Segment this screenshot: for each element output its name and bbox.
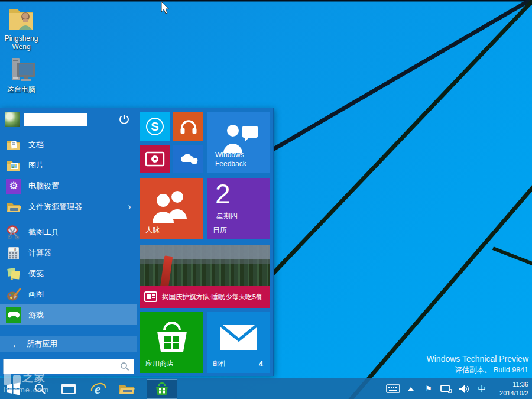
- headphones-icon: [179, 118, 198, 135]
- volume-icon[interactable]: [456, 378, 472, 399]
- paint-icon: [6, 287, 21, 302]
- menu-item-label: 画图: [28, 289, 44, 300]
- folder-icon: [118, 382, 135, 395]
- desktop: Pingsheng Weng 这台电脑 Windows Technical Pr…: [0, 0, 532, 399]
- tile-label: 日历: [213, 226, 227, 235]
- menu-item-label: 文档: [28, 140, 44, 150]
- task-view-icon: [61, 384, 76, 394]
- settings-gear-icon: ⚙: [6, 179, 21, 194]
- tile-video[interactable]: [140, 145, 170, 173]
- touch-keyboard-icon[interactable]: [385, 378, 401, 399]
- mail-unread-badge: 4: [259, 359, 263, 368]
- all-apps-arrow-icon: →: [8, 339, 17, 349]
- task-view-button[interactable]: [57, 378, 80, 399]
- news-icon: [144, 291, 157, 302]
- taskbar-clock[interactable]: 11:36 2014/10/2: [492, 380, 528, 397]
- menu-item-label: 电脑设置: [28, 181, 59, 192]
- power-button[interactable]: [118, 113, 130, 125]
- calendar-date: 2: [215, 178, 231, 210]
- system-tray: ⚑ 中 11:36 2014/10/2: [385, 378, 532, 399]
- clock-time: 11:36: [492, 380, 528, 388]
- menu-item-games[interactable]: 游戏: [0, 304, 137, 325]
- taskbar-search-button[interactable]: [28, 378, 52, 399]
- store-bag-icon: [154, 381, 170, 397]
- this-pc-icon: [6, 56, 37, 84]
- file-explorer-icon: [6, 199, 21, 215]
- divider: [0, 132, 137, 132]
- menu-item-label: 游戏: [28, 310, 44, 320]
- tile-mail[interactable]: 邮件 4: [207, 312, 270, 373]
- start-menu-panel: 文档 图片 ⚙ 电脑设置 文件资源管理器 ›: [0, 108, 274, 376]
- feedback-icon: [221, 122, 259, 153]
- store-bag-icon: [154, 320, 190, 354]
- snipping-tool-icon: [6, 225, 21, 240]
- games-icon: [6, 307, 21, 323]
- tile-label: 邮件: [213, 359, 227, 368]
- tray-expand-chevron-icon[interactable]: [403, 378, 419, 399]
- store-taskbar-button[interactable]: [147, 379, 177, 399]
- news-caption-bar: 揭国庆护旗方队:睡眠少每天吃5餐: [140, 286, 270, 308]
- menu-item-paint[interactable]: 画图: [0, 284, 137, 304]
- onedrive-cloud-icon: [178, 152, 199, 166]
- tile-skype[interactable]: S: [140, 112, 170, 141]
- menu-item-label: 文件资源管理器: [28, 202, 82, 212]
- sticky-notes-icon: [6, 266, 21, 281]
- menu-item-snipping-tool[interactable]: 截图工具: [0, 222, 137, 242]
- menu-item-label: 便笺: [28, 268, 44, 279]
- search-icon: [34, 382, 47, 395]
- network-icon[interactable]: [439, 378, 454, 399]
- os-watermark: Windows Technical Preview 评估副本。 Build 98…: [427, 354, 528, 375]
- pictures-folder-icon: [6, 158, 21, 173]
- taskbar: e ⚑: [0, 378, 532, 399]
- menu-item-label: 截图工具: [28, 227, 59, 238]
- action-center-flag-icon[interactable]: ⚑: [421, 378, 436, 399]
- start-menu-header: [0, 108, 137, 131]
- clock-date: 2014/10/2: [492, 389, 528, 397]
- menu-item-calculator[interactable]: 8 计算器: [0, 242, 137, 263]
- tile-label: 人脉: [145, 226, 160, 235]
- video-icon: [145, 151, 165, 167]
- start-search-box[interactable]: [3, 359, 134, 374]
- user-folder-icon: [6, 4, 37, 33]
- menu-item-pictures[interactable]: 图片: [0, 155, 137, 176]
- menu-item-file-explorer[interactable]: 文件资源管理器 ›: [0, 196, 137, 217]
- submenu-chevron-icon[interactable]: ›: [128, 201, 131, 213]
- menu-item-label: 计算器: [28, 248, 51, 258]
- menu-item-sticky-notes[interactable]: 便笺: [0, 263, 137, 284]
- desktop-icon-label: Pingsheng Weng: [0, 34, 43, 51]
- menu-item-pc-settings[interactable]: ⚙ 电脑设置: [0, 176, 137, 196]
- search-icon[interactable]: [119, 361, 130, 372]
- windows-logo-icon: [5, 382, 21, 396]
- all-apps-button[interactable]: → 所有应用: [0, 336, 137, 352]
- desktop-icon-this-pc[interactable]: 这台电脑: [0, 56, 43, 93]
- calendar-weekday: 星期四: [216, 211, 238, 221]
- start-button[interactable]: [1, 378, 25, 399]
- all-apps-label: 所有应用: [27, 339, 57, 349]
- tile-label: 应用商店: [145, 359, 174, 368]
- tile-onedrive[interactable]: [173, 145, 203, 173]
- tile-news[interactable]: 揭国庆护旗方队:睡眠少每天吃5餐: [140, 245, 270, 308]
- tile-calendar[interactable]: 2 星期四 日历: [207, 178, 270, 239]
- svg-text:S: S: [151, 120, 158, 133]
- user-avatar[interactable]: [5, 112, 20, 127]
- menu-item-documents[interactable]: 文档: [0, 134, 137, 155]
- people-icon: [151, 190, 192, 223]
- power-icon: [118, 113, 130, 125]
- input-method-indicator[interactable]: 中: [474, 378, 489, 399]
- desktop-icon-user-folder[interactable]: Pingsheng Weng: [0, 4, 43, 51]
- os-watermark-line2: 评估副本。 Build 9841: [427, 365, 528, 375]
- file-explorer-button[interactable]: [115, 378, 138, 399]
- os-watermark-line1: Windows Technical Preview: [427, 354, 528, 364]
- tile-music[interactable]: [173, 112, 203, 141]
- divider: [0, 333, 137, 333]
- documents-folder-icon: [6, 137, 21, 153]
- internet-explorer-button[interactable]: e: [86, 378, 110, 399]
- tile-people[interactable]: 人脉: [140, 178, 203, 239]
- tile-windows-feedback[interactable]: Windows Feedback: [207, 112, 270, 173]
- start-search-input[interactable]: [4, 359, 119, 374]
- desktop-icon-label: 这台电脑: [0, 85, 43, 93]
- tile-store[interactable]: 应用商店: [140, 312, 203, 373]
- skype-icon: S: [145, 116, 165, 137]
- menu-item-label: 图片: [28, 160, 44, 171]
- user-name-box: [24, 113, 87, 126]
